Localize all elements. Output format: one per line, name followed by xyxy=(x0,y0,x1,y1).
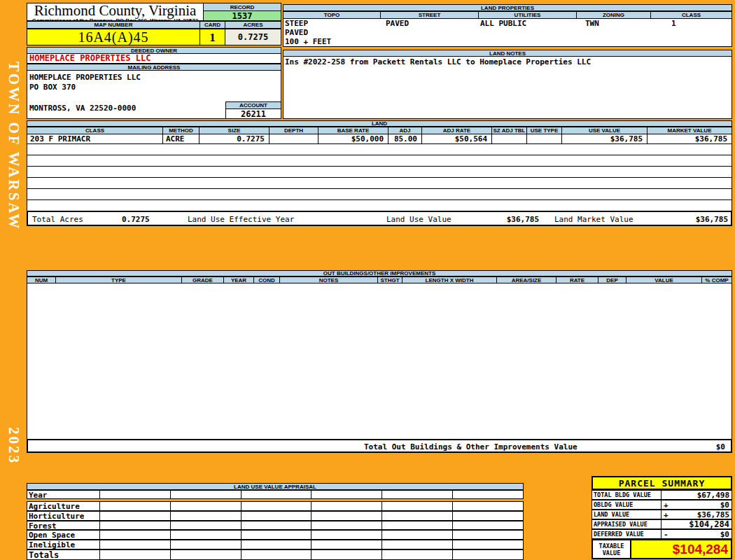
total-acres-label: Total Acres xyxy=(32,215,83,224)
ps-value-deferred: $0 xyxy=(672,530,732,539)
ps-row-total-bldg: TOTAL BLDG VALUE $67,498 xyxy=(592,490,732,500)
card-value: 1 xyxy=(200,29,225,46)
ps-op-deferred: - xyxy=(662,530,672,539)
ps-row-land: LAND VALUE +$36,785 xyxy=(592,510,732,519)
land-col-sz-adj-tbl: SZ ADJ TBL xyxy=(491,127,527,134)
luva-label-horticulture: Horticulture xyxy=(27,511,100,521)
deeded-owner-value: HOMEPLACE PROPERTIES LLC xyxy=(27,54,281,64)
col-street: STREET xyxy=(380,11,479,19)
land-totals-row: Total Acres 0.7275 Land Use Effective Ye… xyxy=(27,211,732,226)
land-col-adj: ADJ xyxy=(388,127,422,134)
land-row-market-value: $36,785 xyxy=(647,134,732,144)
out-buildings-section: OUT BUILDINGS/OTHER IMPROVEMENTS NUM TYP… xyxy=(27,270,732,453)
map-number-value: 16A4(A)45 xyxy=(27,29,200,46)
land-notes-title: LAND NOTES xyxy=(283,50,732,57)
total-acres-value: 0.7275 xyxy=(122,215,150,224)
county-title: Richmond County, Virginia xyxy=(27,4,203,18)
out-buildings-total-value: $0 xyxy=(716,442,725,451)
land-row-use-value: $36,785 xyxy=(561,134,648,144)
land-col-depth: DEPTH xyxy=(269,127,318,134)
land-market-value-label: Land Market Value xyxy=(554,215,634,224)
land-properties-title: LAND PROPERTIES xyxy=(283,4,732,11)
land-table-empty-rows xyxy=(27,144,732,211)
property-record-card: TOWN OF WARSAW 2023 Richmond County, Vir… xyxy=(0,0,735,560)
land-properties-columns: TOPO STREET UTILITIES ZONING CLASS xyxy=(283,11,732,19)
acres-label: ACRES xyxy=(225,21,281,29)
ps-value-obldg: $0 xyxy=(672,500,732,510)
record-label: RECORD xyxy=(203,3,281,11)
address-line-1: HOMEPLACE PROPERTIES LLC xyxy=(29,73,281,83)
col-class: CLASS xyxy=(650,11,732,19)
luva-label-open-space: Open Space xyxy=(27,530,100,540)
account-label: ACCOUNT xyxy=(225,102,281,109)
ps-taxable-value: $104,284 xyxy=(630,539,732,559)
land-col-use-type: USE TYPE xyxy=(526,127,562,134)
out-buildings-total-row: Total Out Buildings & Other Improvements… xyxy=(27,439,732,453)
land-properties-values: STEEP PAVED 100 + FEET PAVED ALL PUBLIC … xyxy=(283,19,732,47)
map-value-row: 16A4(A)45 1 0.7275 xyxy=(27,29,281,46)
out-buildings-body xyxy=(27,284,732,439)
luva-row-totals: Totals xyxy=(27,550,524,560)
ps-op-land: + xyxy=(662,510,672,519)
luva-label-ineligible: Ineligible xyxy=(27,540,100,550)
land-row-class: 203 F PRIMACR xyxy=(27,134,163,144)
land-use-value: $36,785 xyxy=(469,215,539,224)
luva-row-agriculture: Agriculture xyxy=(27,501,524,511)
ps-taxable-label: TAXABLE VALUE xyxy=(592,539,631,559)
ps-row-appraised: APPRAISED VALUE $104,284 xyxy=(592,519,732,529)
land-use-value-label: Land Use Value xyxy=(386,215,451,224)
luva-row-horticulture: Horticulture xyxy=(27,511,524,521)
account-value: 26211 xyxy=(225,109,281,119)
out-buildings-columns: NUM TYPE GRADE YEAR COND NOTES STHGT LEN… xyxy=(27,276,732,284)
luva-label-year: Year xyxy=(27,490,100,499)
county-header-box: Richmond County, Virginia Commissioner o… xyxy=(27,3,203,21)
col-zoning: ZONING xyxy=(576,11,651,19)
ps-row-taxable: TAXABLE VALUE $104,284 xyxy=(592,539,732,559)
ps-label-deferred: DEFERRED VALUE xyxy=(592,529,662,539)
land-use-appraisal-title: LAND USE VALUE APPRAISAL xyxy=(27,483,524,490)
ob-col-num: NUM xyxy=(27,276,56,284)
out-buildings-title: OUT BUILDINGS/OTHER IMPROVEMENTS xyxy=(27,270,732,276)
land-col-class: CLASS xyxy=(27,127,163,134)
luva-label-totals: Totals xyxy=(27,550,100,560)
land-row-size: 0.7275 xyxy=(199,134,270,144)
ps-label-appraised: APPRAISED VALUE xyxy=(592,519,662,529)
land-col-use-value: USE VALUE xyxy=(561,127,648,134)
ob-col-sthgt: STHGT xyxy=(377,276,402,284)
sidebar-year-label: 2023 xyxy=(5,427,22,465)
class-value: 1 xyxy=(671,19,676,28)
luva-label-agriculture: Agriculture xyxy=(27,501,100,511)
ob-col-type: TYPE xyxy=(55,276,182,284)
zoning-value: TWN xyxy=(585,19,599,28)
land-table-columns: CLASS METHOD SIZE DEPTH BASE RATE ADJ AD… xyxy=(27,127,732,134)
luva-row-ineligible: Ineligible xyxy=(27,540,524,550)
ob-col-rate: RATE xyxy=(556,276,598,284)
ps-value-land: $36,785 xyxy=(672,510,732,519)
land-note-text: Ins #2022-258 from Packett Rentals LLC t… xyxy=(285,57,732,66)
ps-label-land: LAND VALUE xyxy=(592,510,662,519)
ob-col-grade: GRADE xyxy=(181,276,224,284)
land-table-row: 203 F PRIMACR ACRE 0.7275 $50,000 85.00 … xyxy=(27,134,732,144)
topo-value-3: 100 + FEET xyxy=(285,37,331,46)
land-row-use-type xyxy=(526,134,562,144)
ob-col-cond: COND xyxy=(253,276,280,284)
land-notes-box: Ins #2022-258 from Packett Rentals LLC t… xyxy=(283,57,732,119)
ob-col-length-width: LENGTH X WIDTH xyxy=(402,276,497,284)
land-table-title: LAND xyxy=(27,120,732,127)
col-topo: TOPO xyxy=(283,11,381,19)
map-header-row: MAP NUMBER CARD ACRES xyxy=(27,21,281,29)
sidebar-town-label: TOWN OF WARSAW xyxy=(5,62,22,230)
effective-year-label: Land Use Effective Year xyxy=(188,215,294,224)
ps-row-deferred: DEFERRED VALUE -$0 xyxy=(592,529,732,539)
ob-col-pct-comp: % COMP xyxy=(701,276,732,284)
ob-col-dep: DEP xyxy=(598,276,626,284)
topo-value-2: PAVED xyxy=(285,28,308,37)
utilities-value: ALL PUBLIC xyxy=(480,19,526,28)
land-col-size: SIZE xyxy=(199,127,270,134)
parcel-summary-section: PARCEL SUMMARY TOTAL BLDG VALUE $67,498 … xyxy=(592,476,732,559)
street-value: PAVED xyxy=(386,19,409,28)
land-row-base-rate: $50,000 xyxy=(318,134,388,144)
luva-row-year: Year xyxy=(27,490,524,499)
card-label: CARD xyxy=(200,21,225,29)
luva-row-open-space: Open Space xyxy=(27,530,524,540)
